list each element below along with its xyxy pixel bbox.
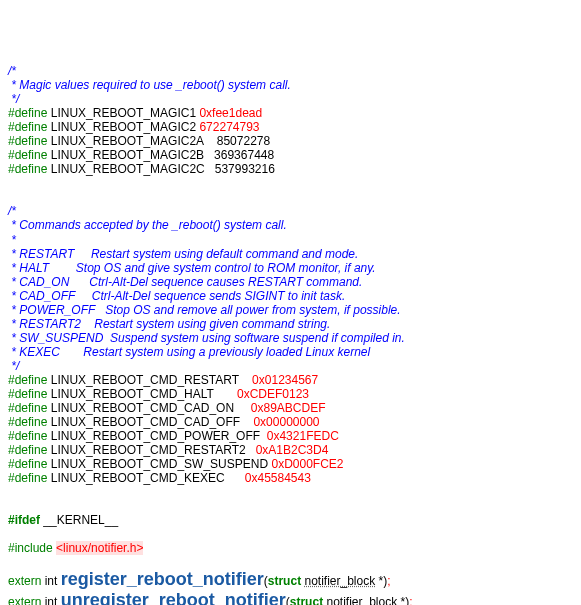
macro-name: LINUX_REBOOT_CMD_CAD_OFF xyxy=(51,415,250,429)
macro-name: LINUX_REBOOT_MAGIC2 xyxy=(51,120,196,134)
comment-line: * CAD_ON Ctrl-Alt-Del sequence causes RE… xyxy=(8,275,362,289)
define-kw: #define xyxy=(8,471,47,485)
comment-line: * SW_SUSPEND Suspend system using softwa… xyxy=(8,331,405,345)
comment-line: * RESTART2 Restart system using given co… xyxy=(8,317,330,331)
macro-value: 0x45584543 xyxy=(245,471,311,485)
define-kw: #define xyxy=(8,120,47,134)
struct-kw: struct xyxy=(290,595,323,605)
comment-line: * Commands accepted by the _reboot() sys… xyxy=(8,218,287,232)
semicolon: ; xyxy=(409,595,412,605)
macro-value: 0xD000FCE2 xyxy=(271,457,343,471)
include-kw: #include xyxy=(8,541,53,555)
define-kw: #define xyxy=(8,387,47,401)
struct-kw: struct xyxy=(268,574,301,588)
macro-value: 0xA1B2C3D4 xyxy=(256,443,329,457)
macro-name: LINUX_REBOOT_MAGIC2C 537993216 xyxy=(51,162,275,176)
function-name[interactable]: register_reboot_notifier xyxy=(61,569,264,589)
macro-name: LINUX_REBOOT_CMD_SW_SUSPEND xyxy=(51,457,268,471)
define-kw: #define xyxy=(8,162,47,176)
comment-line: * HALT Stop OS and give system control t… xyxy=(8,261,376,275)
return-type: int xyxy=(45,595,58,605)
function-name[interactable]: unregister_reboot_notifier xyxy=(61,590,286,605)
type-name[interactable]: notifier_block xyxy=(326,595,397,605)
macro-value: 672274793 xyxy=(199,120,259,134)
macro-name: LINUX_REBOOT_CMD_RESTART2 xyxy=(51,443,253,457)
comment-line: /* xyxy=(8,64,16,78)
define-kw: #define xyxy=(8,106,47,120)
comment-line: * Magic values required to use _reboot()… xyxy=(8,78,291,92)
macro-value: 0x01234567 xyxy=(252,373,318,387)
comment-line: /* xyxy=(8,204,16,218)
macro-name: LINUX_REBOOT_CMD_KEXEC xyxy=(51,471,242,485)
macro-value: 0xfee1dead xyxy=(199,106,262,120)
define-kw: #define xyxy=(8,401,47,415)
define-kw: #define xyxy=(8,429,47,443)
define-kw: #define xyxy=(8,134,47,148)
ifdef-name: __KERNEL__ xyxy=(43,513,118,527)
macro-name: LINUX_REBOOT_MAGIC2B 369367448 xyxy=(51,148,274,162)
define-kw: #define xyxy=(8,415,47,429)
include-path: <linux/notifier.h> xyxy=(56,541,143,555)
storage-class: extern xyxy=(8,574,41,588)
semicolon: ; xyxy=(387,574,390,588)
macro-name: LINUX_REBOOT_CMD_CAD_ON xyxy=(51,401,248,415)
type-name[interactable]: notifier_block xyxy=(304,574,375,588)
macro-name: LINUX_REBOOT_CMD_HALT xyxy=(51,387,234,401)
macro-value: 0x4321FEDC xyxy=(267,429,339,443)
macro-value: 0x00000000 xyxy=(253,415,319,429)
comment-line: */ xyxy=(8,359,19,373)
macro-value: 0xCDEF0123 xyxy=(237,387,309,401)
define-kw: #define xyxy=(8,373,47,387)
define-kw: #define xyxy=(8,457,47,471)
return-type: int xyxy=(45,574,58,588)
comment-line: */ xyxy=(8,92,19,106)
comment-line: * POWER_OFF Stop OS and remove all power… xyxy=(8,303,401,317)
storage-class: extern xyxy=(8,595,41,605)
comment-line: * RESTART Restart system using default c… xyxy=(8,247,358,261)
define-kw: #define xyxy=(8,443,47,457)
macro-name: LINUX_REBOOT_MAGIC1 xyxy=(51,106,196,120)
macro-value: 0x89ABCDEF xyxy=(251,401,326,415)
comment-line: * CAD_OFF Ctrl-Alt-Del sequence sends SI… xyxy=(8,289,345,303)
comment-line: * KEXEC Restart system using a previousl… xyxy=(8,345,370,359)
define-kw: #define xyxy=(8,148,47,162)
ifdef-kw: #ifdef xyxy=(8,513,40,527)
macro-name: LINUX_REBOOT_CMD_RESTART xyxy=(51,373,249,387)
comment-line: * xyxy=(8,233,16,247)
macro-name: LINUX_REBOOT_CMD_POWER_OFF xyxy=(51,429,264,443)
macro-name: LINUX_REBOOT_MAGIC2A 85072278 xyxy=(51,134,270,148)
